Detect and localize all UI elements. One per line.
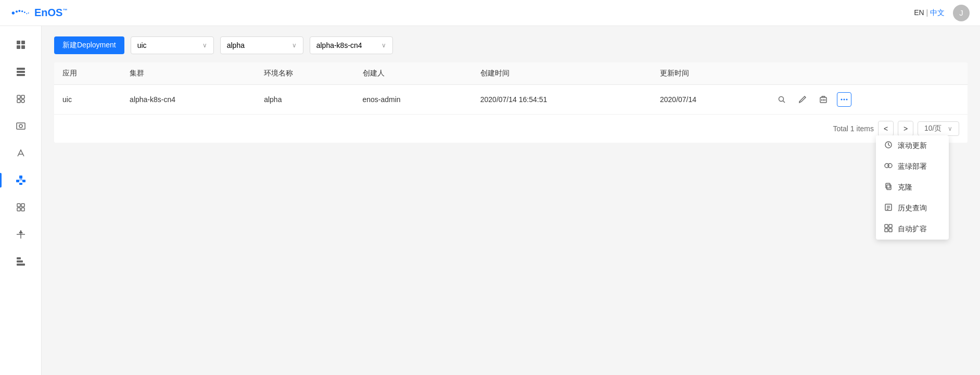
page-size-select[interactable]: 10/页 ∨ bbox=[918, 121, 959, 136]
table-row: uic alpha-k8s-cn4 alpha enos-admin 2020/… bbox=[54, 85, 968, 115]
col-cluster: 集群 bbox=[121, 63, 256, 85]
svg-rect-16 bbox=[17, 99, 20, 103]
svg-point-38 bbox=[779, 97, 783, 102]
svg-point-5 bbox=[26, 13, 27, 14]
table: 应用 集群 环境名称 创建人 创建时间 更新时间 uic alpha-k8s-c… bbox=[54, 63, 968, 114]
svg-rect-31 bbox=[21, 208, 24, 211]
chevron-down-icon-page: ∨ bbox=[948, 125, 952, 132]
filter-cluster-select[interactable]: alpha-k8s-cn4 ∨ bbox=[310, 36, 393, 54]
edit-icon-btn[interactable] bbox=[795, 92, 810, 107]
svg-rect-14 bbox=[17, 95, 20, 98]
sidebar-item-6[interactable] bbox=[6, 168, 35, 193]
prev-page-button[interactable]: < bbox=[878, 121, 894, 136]
sidebar-item-1[interactable] bbox=[6, 32, 35, 57]
cell-creator: enos-admin bbox=[354, 85, 472, 115]
svg-point-2 bbox=[18, 10, 20, 12]
delete-icon-btn[interactable] bbox=[816, 92, 831, 107]
svg-marker-34 bbox=[19, 230, 23, 233]
cell-updated: 2020/07/14 bbox=[652, 85, 766, 115]
svg-point-19 bbox=[19, 124, 22, 128]
deployment-table: 应用 集群 环境名称 创建人 创建时间 更新时间 uic alpha-k8s-c… bbox=[54, 63, 968, 143]
lang-zh[interactable]: 中文 bbox=[930, 8, 945, 17]
svg-rect-35 bbox=[17, 264, 25, 266]
toolbar: 新建Deployment uic ∨ alpha ∨ alpha-k8s-cn4… bbox=[54, 36, 968, 54]
col-created: 创建时间 bbox=[472, 63, 652, 85]
layout: 新建Deployment uic ∨ alpha ∨ alpha-k8s-cn4… bbox=[0, 0, 980, 375]
dropdown-item-history[interactable]: 历史查询 bbox=[876, 198, 949, 219]
svg-point-0 bbox=[12, 11, 15, 14]
svg-rect-54 bbox=[886, 183, 890, 188]
svg-point-4 bbox=[24, 11, 26, 13]
lang-separator: | bbox=[926, 8, 930, 17]
sidebar bbox=[0, 26, 42, 375]
svg-point-17 bbox=[21, 99, 24, 103]
svg-rect-13 bbox=[17, 74, 25, 76]
lang-switcher[interactable]: EN | 中文 bbox=[914, 8, 945, 18]
blue-green-icon bbox=[884, 161, 893, 172]
sidebar-item-2[interactable] bbox=[6, 59, 35, 84]
chevron-down-icon-3: ∨ bbox=[381, 42, 386, 49]
chevron-down-icon-1: ∨ bbox=[202, 42, 207, 49]
sidebar-item-3[interactable] bbox=[6, 86, 35, 111]
filter-env-select[interactable]: alpha ∨ bbox=[220, 36, 303, 54]
dropdown-item-autoscale[interactable]: 自动扩容 bbox=[876, 219, 949, 240]
logo: EnOS™ bbox=[10, 7, 67, 19]
filter-app-select[interactable]: uic ∨ bbox=[131, 36, 214, 54]
sidebar-item-8[interactable] bbox=[6, 222, 35, 247]
sidebar-item-9[interactable] bbox=[6, 249, 35, 274]
search-icon-btn[interactable] bbox=[774, 92, 789, 107]
svg-rect-9 bbox=[17, 45, 20, 49]
svg-rect-59 bbox=[885, 224, 888, 228]
svg-point-47 bbox=[841, 99, 842, 101]
dropdown-menu: 滚动更新 蓝绿部署 克隆 历史查询 bbox=[876, 135, 949, 240]
svg-rect-24 bbox=[19, 183, 22, 185]
svg-rect-26 bbox=[18, 180, 21, 180]
svg-rect-7 bbox=[17, 41, 20, 44]
svg-rect-30 bbox=[17, 208, 20, 211]
svg-rect-12 bbox=[17, 71, 25, 73]
next-page-button[interactable]: > bbox=[898, 121, 913, 136]
svg-point-49 bbox=[846, 99, 847, 101]
svg-rect-15 bbox=[21, 95, 24, 98]
svg-rect-10 bbox=[21, 45, 25, 49]
sidebar-item-7[interactable] bbox=[6, 195, 35, 220]
lang-en[interactable]: EN bbox=[914, 8, 924, 17]
sidebar-item-4[interactable] bbox=[6, 114, 35, 139]
clone-icon bbox=[884, 182, 893, 193]
chevron-down-icon-2: ∨ bbox=[292, 42, 297, 49]
sidebar-item-5[interactable] bbox=[6, 141, 35, 166]
more-actions-button[interactable] bbox=[837, 92, 851, 107]
avatar[interactable]: J bbox=[953, 5, 970, 21]
svg-point-3 bbox=[21, 10, 23, 12]
svg-point-48 bbox=[843, 99, 845, 101]
svg-rect-11 bbox=[17, 68, 25, 70]
svg-rect-29 bbox=[21, 204, 24, 207]
dropdown-item-blue-green[interactable]: 蓝绿部署 bbox=[876, 156, 949, 177]
autoscale-icon bbox=[884, 224, 893, 234]
logo-text: EnOS™ bbox=[34, 7, 67, 19]
cell-app: uic bbox=[54, 85, 121, 115]
total-items-label: Total 1 items bbox=[833, 124, 874, 133]
svg-rect-18 bbox=[17, 123, 25, 129]
header-right: EN | 中文 J bbox=[914, 5, 970, 21]
cell-created: 2020/07/14 16:54:51 bbox=[472, 85, 652, 115]
col-env: 环境名称 bbox=[256, 63, 354, 85]
svg-rect-36 bbox=[17, 260, 23, 262]
svg-rect-28 bbox=[17, 204, 20, 207]
col-actions bbox=[766, 63, 968, 85]
dropdown-item-clone[interactable]: 克隆 bbox=[876, 177, 949, 198]
cell-actions bbox=[766, 85, 968, 115]
col-updated: 更新时间 bbox=[652, 63, 766, 85]
logo-icon bbox=[10, 8, 31, 18]
new-deployment-button[interactable]: 新建Deployment bbox=[54, 36, 124, 54]
col-app: 应用 bbox=[54, 63, 121, 85]
cell-env: alpha bbox=[256, 85, 354, 115]
svg-rect-53 bbox=[887, 185, 891, 190]
svg-point-1 bbox=[16, 10, 18, 12]
svg-rect-62 bbox=[889, 229, 892, 232]
svg-rect-60 bbox=[889, 224, 892, 228]
dropdown-item-rolling-update[interactable]: 滚动更新 bbox=[876, 135, 949, 156]
svg-line-39 bbox=[783, 101, 785, 103]
svg-rect-21 bbox=[19, 176, 22, 179]
svg-point-52 bbox=[888, 164, 892, 168]
